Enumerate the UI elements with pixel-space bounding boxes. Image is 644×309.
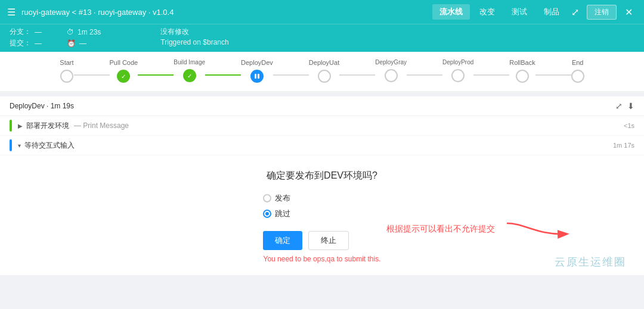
commit-value: —: [35, 39, 42, 48]
expand-icon[interactable]: ⤢: [566, 4, 583, 20]
stage-sub-0: — Print Message: [74, 121, 129, 130]
stage-time-0: <1s: [624, 122, 634, 129]
menu-icon[interactable]: ☰: [7, 7, 16, 18]
step-deploygray[interactable]: DeployGray: [375, 59, 407, 82]
step-pullcode[interactable]: Pull Code ✓: [110, 59, 138, 83]
stage-name-0: 部署开发环境: [26, 121, 69, 131]
meta-bar: 分支： — ⏱ 1m 23s 提交： — ⏰ — 没有修改 Triggered …: [0, 24, 644, 52]
step-deploydev-circle: [250, 70, 264, 83]
step-deployuat[interactable]: DeployUat: [309, 59, 339, 83]
step-deployprod[interactable]: DeployProd: [442, 59, 473, 82]
annotation-text: 根据提示可以看出不允许提交: [386, 224, 495, 235]
pipeline-wrapper: Start Pull Code ✓ Build Image ✓ DeployDe…: [0, 52, 644, 92]
pipeline-stage: Start Pull Code ✓ Build Image ✓ DeployDe…: [0, 52, 644, 92]
step-rollback-circle: [516, 70, 529, 83]
step-start[interactable]: Start: [60, 59, 73, 83]
top-bar: ☰ ruoyi-gateway < #13 · ruoyi-gateway · …: [0, 0, 644, 24]
stage-row-0: ▶ 部署开发环境 — Print Message <1s: [0, 116, 644, 136]
step-deployuat-label: DeployUat: [309, 59, 339, 66]
nav-pipeline[interactable]: 流水线: [432, 4, 470, 20]
step-deployprod-circle: [451, 69, 465, 82]
step-deploygray-circle: [385, 69, 398, 82]
step-deployprod-label: DeployProd: [442, 59, 473, 65]
radio-publish-circle[interactable]: [263, 194, 271, 202]
stage-name-1: 等待交互式输入: [24, 141, 75, 151]
connector-6: [473, 74, 509, 76]
connector-3: [273, 74, 309, 76]
branch-value: —: [35, 28, 42, 36]
step-start-circle: [60, 70, 73, 83]
nav-test[interactable]: 测试: [504, 4, 534, 20]
stage-chevron-0[interactable]: ▶: [18, 123, 23, 129]
content-area: DeployDev · 1m 19s ⤢ ⬇ ▶ 部署开发环境 — Print …: [0, 96, 644, 275]
interact-inner: 发布 跳过 确定 终止 You: [263, 193, 380, 263]
job-header: DeployDev · 1m 19s ⤢ ⬇: [0, 96, 644, 116]
arrow-icon: [501, 217, 572, 241]
dialog-buttons: 确定 终止: [263, 231, 349, 250]
dialog-warning: You need to be ops,qa to submit this.: [263, 255, 380, 263]
interact-outer: 确定要发布到DEV环境吗? 发布 跳过: [0, 170, 644, 263]
stage-time-1: 1m 17s: [613, 142, 634, 149]
expand-job-icon[interactable]: ⤢: [615, 101, 623, 111]
connector-0: [74, 74, 110, 76]
step-buildimage[interactable]: Build Image ✓: [174, 59, 205, 82]
radio-skip-circle[interactable]: [263, 210, 271, 218]
connector-4: [339, 74, 375, 76]
login-button[interactable]: 注销: [587, 5, 617, 20]
branch-label: 分支：: [10, 27, 31, 37]
status-row: 没有修改: [160, 27, 228, 37]
connector-2: [205, 74, 241, 76]
radio-skip-label: 跳过: [275, 208, 290, 219]
page-title: ruoyi-gateway < #13 · ruoyi-gateway · v1…: [21, 8, 174, 17]
connector-1: [138, 74, 174, 76]
step-deploydev[interactable]: DeployDev: [241, 59, 273, 83]
job-header-actions: ⤢ ⬇: [615, 101, 634, 111]
top-bar-actions: ⤢ 注销 ✕: [566, 4, 637, 20]
connector-5: [407, 74, 442, 76]
step-deploydev-label: DeployDev: [241, 59, 273, 66]
watermark: 云原生运维圈: [555, 255, 626, 269]
stage-indicator-1: [10, 139, 12, 151]
annotation: 根据提示可以看出不允许提交: [386, 217, 572, 241]
interact-center: 确定要发布到DEV环境吗? 发布 跳过: [0, 170, 644, 263]
job-title: DeployDev · 1m 19s: [10, 102, 74, 110]
commit-label: 提交：: [10, 38, 31, 48]
status-text: 没有修改: [160, 27, 189, 37]
step-buildimage-circle: ✓: [183, 69, 196, 82]
step-buildimage-label: Build Image: [174, 59, 205, 65]
step-deploygray-label: DeployGray: [375, 59, 407, 65]
duration-value: 1m 23s: [78, 28, 101, 36]
nav-changes[interactable]: 改变: [472, 4, 502, 20]
stage-chevron-1[interactable]: ▾: [18, 142, 21, 149]
stage-indicator-0: [10, 120, 12, 132]
radio-skip[interactable]: 跳过: [263, 208, 290, 219]
step-deployuat-circle: [318, 70, 331, 83]
branch-row: 分支： — ⏱ 1m 23s: [10, 27, 101, 37]
step-rollback[interactable]: RollBack: [509, 59, 535, 83]
step-pullcode-label: Pull Code: [110, 59, 138, 66]
download-job-icon[interactable]: ⬇: [627, 101, 634, 111]
time-icon: ⏰: [67, 39, 76, 48]
step-pullcode-circle: ✓: [117, 70, 130, 83]
step-end-label: End: [572, 59, 584, 66]
step-rollback-label: RollBack: [509, 59, 535, 66]
duration-icon: ⏱: [67, 28, 74, 36]
pause-icon: [255, 74, 259, 79]
step-start-label: Start: [60, 59, 73, 66]
close-icon[interactable]: ✕: [620, 4, 637, 20]
radio-publish-label: 发布: [275, 193, 290, 204]
trigger-text: Triggered on $branch: [160, 38, 228, 46]
trigger-row: Triggered on $branch: [160, 38, 228, 46]
connector-7: [535, 74, 571, 76]
top-bar-nav: 流水线 改变 测试 制品: [432, 4, 566, 20]
cancel-button[interactable]: 终止: [308, 231, 349, 250]
commit-row: 提交： — ⏰ —: [10, 38, 101, 48]
step-end[interactable]: End: [571, 59, 584, 83]
dialog-title: 确定要发布到DEV环境吗?: [267, 170, 377, 182]
interact-panel: 确定要发布到DEV环境吗? 发布 跳过: [0, 155, 644, 275]
step-end-circle: [571, 70, 584, 83]
nav-artifact[interactable]: 制品: [537, 4, 566, 20]
confirm-button[interactable]: 确定: [263, 231, 302, 250]
radio-publish[interactable]: 发布: [263, 193, 290, 204]
stage-row-1: ▾ 等待交互式输入 1m 17s: [0, 136, 644, 155]
